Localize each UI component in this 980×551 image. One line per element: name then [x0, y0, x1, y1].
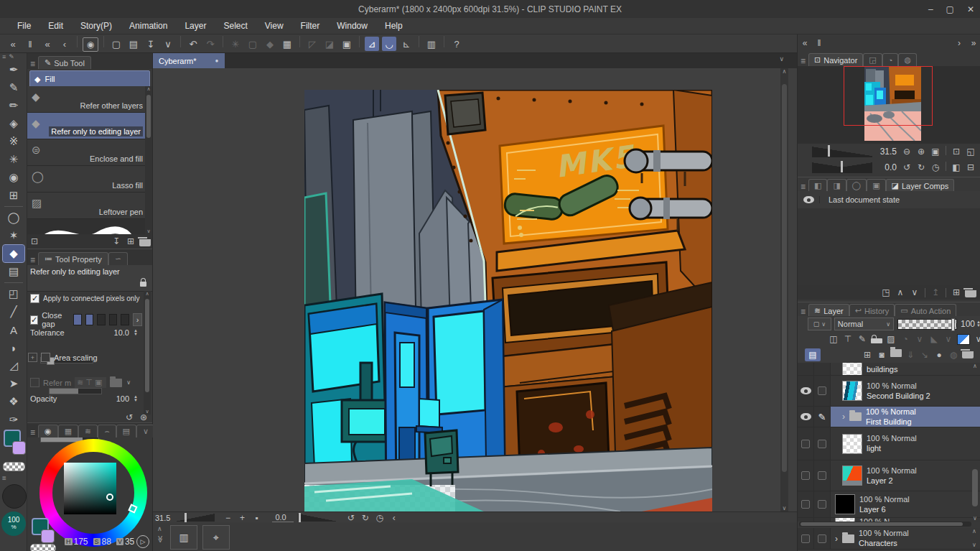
canvas-viewport[interactable]: MK5 [153, 68, 788, 511]
pen-tool[interactable]: ✒ [3, 61, 24, 78]
selection-border-icon[interactable]: ▣ [340, 37, 354, 51]
layer-box-cell[interactable] [814, 427, 831, 460]
fit-to-window-button[interactable]: ▣ [930, 146, 941, 157]
tab-layer-comps[interactable]: ◪ Layer Comps [886, 179, 955, 192]
navigator-preview-area[interactable] [798, 66, 980, 144]
layer-box-cell[interactable] [814, 491, 831, 517]
area-scaling-slider[interactable] [49, 388, 102, 394]
transparent-color-swatch[interactable] [3, 462, 25, 471]
refer-multiple-checkbox[interactable] [30, 378, 39, 387]
operation-tool[interactable]: ◰ [3, 285, 24, 302]
hand-tool[interactable]: ❖ [3, 393, 24, 410]
subtool-item-3[interactable]: ◯Lasso fill [27, 166, 146, 193]
undo-button[interactable]: ↶ [186, 37, 200, 51]
scroll-up-icon[interactable]: ∧ [780, 68, 788, 75]
move-comp-down-button[interactable]: ∨ [909, 287, 920, 298]
layer-comp-row[interactable]: Last document state [798, 191, 980, 209]
new-folder-button[interactable] [890, 349, 902, 357]
tab-color-wheel[interactable]: ◉ [38, 425, 58, 437]
close-gap-level-4[interactable] [109, 314, 118, 325]
polyline-tool[interactable]: ◿ [3, 357, 24, 374]
print-guide-button[interactable]: ⌖ [202, 525, 230, 550]
tab-auto-action[interactable]: ▭Auto Action [895, 304, 956, 317]
tool-property-scrollbar[interactable]: ∧∨ [144, 291, 151, 415]
layer-panel-menu-icon[interactable]: ≡ [798, 307, 808, 317]
clip-at-layer-below-icon[interactable]: ◫ [828, 333, 839, 345]
menu-select[interactable]: Select [215, 21, 256, 31]
layer-row-buildings[interactable]: buildings [798, 363, 980, 376]
layer-eye-cell[interactable] [798, 407, 814, 427]
expand-dock-icon[interactable]: » [968, 37, 979, 49]
tool-property-menu-icon[interactable]: ≡ [27, 255, 38, 265]
tab-approximate-color[interactable]: ⌢ [98, 425, 116, 437]
opacity-stepper[interactable]: ▲▼ [134, 395, 138, 402]
tab-stroke[interactable]: ◯ [846, 179, 867, 192]
visibility-checkbox[interactable] [801, 471, 810, 480]
subtool-detail-button[interactable]: ⊛ [138, 412, 149, 423]
layer-list-view-toggle[interactable]: ▤ [805, 348, 821, 361]
snap-to-ruler-icon[interactable]: ⊿ [365, 37, 379, 51]
collapse-dock-icon[interactable]: « [799, 37, 811, 49]
layer-box-cell[interactable] [814, 460, 831, 491]
area-scaling-expander[interactable]: + [28, 353, 37, 362]
flip-horizontal-button[interactable]: ◧ [951, 162, 962, 173]
tab-edit-timeline[interactable]: ▣ [867, 179, 885, 192]
save-button[interactable]: ↧ [144, 37, 158, 51]
layer-color-icon[interactable] [957, 334, 970, 345]
navigator-rotation-slider[interactable] [812, 162, 872, 173]
tab-navigator[interactable]: ⊡ Navigator [808, 53, 863, 66]
expand-up-icon[interactable]: ∧ [157, 525, 162, 532]
line-tool[interactable]: ╱ [3, 303, 24, 320]
zoom-slider-knob[interactable] [828, 145, 830, 157]
decoration-tool[interactable]: ✳ [3, 151, 24, 168]
subtool-options-icon[interactable]: ⊡ [29, 236, 40, 247]
copy-subtool-button[interactable]: ⊞ [125, 236, 136, 247]
layer-row-second-building-2[interactable]: 100 % NormalSecond Building 2 [798, 376, 980, 407]
layer-row-first-building[interactable]: ✎›100 % NormalFirst Building [798, 407, 980, 427]
add-comp-button[interactable]: ⊞ [951, 287, 962, 298]
layer-row-layer-2[interactable]: 100 % NormalLayer 2 [798, 460, 980, 491]
collapse-icon[interactable]: « [40, 37, 55, 51]
area-scaling-checkbox[interactable] [41, 353, 50, 362]
scrollbar-thumb[interactable] [782, 84, 787, 472]
save-dropdown-icon[interactable]: ∨ [161, 37, 175, 51]
fill-tool[interactable]: ◆ [3, 245, 24, 262]
color-panel-menu-icon[interactable]: ≡ [27, 427, 38, 437]
collapse-double-icon[interactable]: ≫ [157, 535, 164, 542]
lasso-select-tool[interactable]: ◯ [3, 209, 24, 226]
eyedropper-tool[interactable]: ✑ [3, 411, 24, 428]
rotate-right-button[interactable]: ↻ [915, 162, 927, 173]
scroll-left-icon[interactable]: ‹ [57, 37, 72, 51]
close-gap-level-5[interactable] [121, 314, 129, 325]
comp-thumbnail-toggle-icon[interactable]: ◳ [880, 287, 892, 298]
tab-layer-property[interactable]: ◧ [808, 179, 827, 192]
brush-size-indicator[interactable] [2, 484, 27, 509]
dock-drag-handle-icon[interactable]: ‖ [813, 37, 825, 49]
reference-layer-icon[interactable]: ⊤ [842, 333, 854, 345]
bottom-list-scrollbar[interactable]: ∧ ∨ [972, 528, 979, 550]
close-gap-level-1[interactable] [73, 314, 82, 325]
visibility-checkbox[interactable] [818, 386, 826, 395]
layer-box-cell[interactable] [798, 528, 814, 549]
visibility-checkbox[interactable] [818, 471, 826, 480]
menu-file[interactable]: File [9, 21, 39, 31]
tab-sub-view[interactable]: ◲ [863, 53, 882, 66]
layer-list-h-scrollbar[interactable] [799, 522, 971, 527]
open-file-button[interactable]: ▤ [126, 37, 141, 51]
move-comp-up-button[interactable]: ∧ [895, 287, 906, 298]
actual-size-button[interactable]: ⊡ [951, 146, 962, 157]
subtool-item-1[interactable]: ◆Refer only to editing layer [27, 113, 146, 139]
pencil-tool[interactable]: ✎ [3, 79, 24, 96]
lock-icon[interactable] [140, 282, 146, 287]
flip-vertical-button[interactable]: ⊟ [965, 162, 976, 173]
minimize-button[interactable]: – [928, 4, 933, 14]
status-rotation-slider[interactable] [298, 514, 338, 522]
sv-cursor[interactable] [106, 494, 113, 501]
brush-palette-menu-icon[interactable]: ≡ [2, 474, 6, 482]
create-mask-button[interactable]: ● [933, 349, 945, 361]
tab-tool-property[interactable]: ≔ Tool Property [38, 252, 108, 265]
visibility-checkbox[interactable] [801, 534, 810, 543]
visibility-checkbox[interactable] [818, 534, 826, 543]
close-gap-expand-button[interactable]: › [133, 313, 142, 326]
scroll-down-icon[interactable]: ∨ [780, 505, 788, 511]
